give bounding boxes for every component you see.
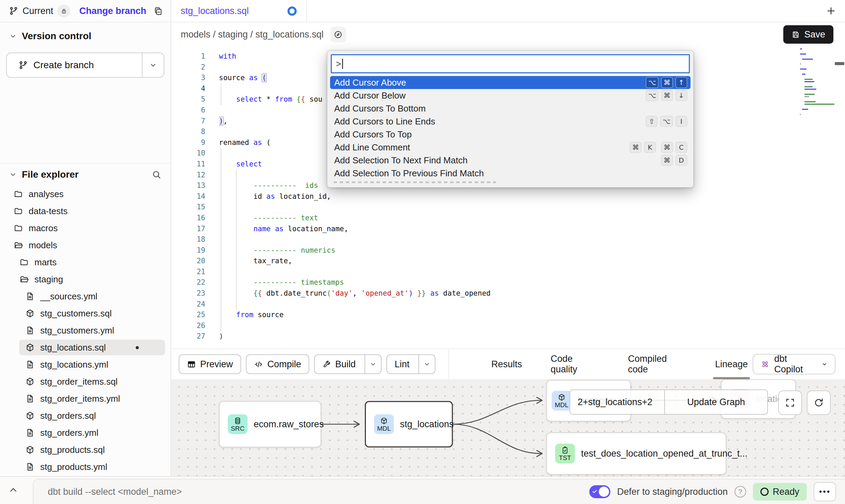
- help-icon[interactable]: ?: [735, 486, 746, 498]
- line-number: 22: [171, 277, 205, 288]
- chevron-down-icon: [149, 61, 157, 69]
- tab-stg-locations-sql[interactable]: stg_locations.sql: [171, 0, 307, 22]
- search-icon[interactable]: [151, 169, 162, 180]
- compile-button[interactable]: Compile: [246, 354, 309, 374]
- refresh-button[interactable]: [807, 390, 831, 415]
- dbt-copilot-button[interactable]: dbt Copilot: [753, 354, 835, 374]
- file-name: models: [29, 240, 57, 251]
- chevron-down-icon: [9, 32, 17, 40]
- file-row-stg_customers.yml[interactable]: stg_customers.yml: [0, 322, 171, 339]
- line-number: 23: [171, 288, 205, 299]
- lint-button[interactable]: Lint: [386, 354, 435, 374]
- panel-tab-results[interactable]: Results: [491, 349, 522, 379]
- code-icon: [254, 360, 263, 369]
- fullscreen-button[interactable]: [778, 390, 802, 415]
- toolbar-divider: [448, 349, 449, 380]
- clipped-command-item: [333, 181, 687, 186]
- file-row-stg_locations.sql[interactable]: stg_locations.sql: [0, 339, 171, 356]
- command-palette-input[interactable]: >: [331, 54, 690, 73]
- minimap[interactable]: [800, 48, 840, 116]
- file-row-data-tests[interactable]: data-tests: [0, 203, 171, 220]
- file-row-__sources.yml[interactable]: __sources.yml: [0, 288, 171, 305]
- more-options-button[interactable]: •••: [814, 482, 836, 501]
- defer-toggle[interactable]: [589, 485, 610, 498]
- line-number: 1: [171, 51, 205, 62]
- minimap-slider[interactable]: [835, 62, 844, 65]
- command-input-bar[interactable]: dbt build --select <model_name> Defer to…: [33, 479, 845, 504]
- build-button[interactable]: Build: [314, 354, 382, 374]
- file-row-stg_order_items.yml[interactable]: stg_order_items.yml: [0, 390, 171, 407]
- build-dropdown[interactable]: [365, 355, 381, 373]
- navigate-button[interactable]: [330, 27, 346, 42]
- ready-status-badge[interactable]: Ready: [753, 483, 807, 501]
- copy-icon[interactable]: [153, 6, 163, 16]
- command-item[interactable]: Add Line Comment⌘K⌘C: [330, 141, 691, 154]
- file-row-staging[interactable]: staging: [0, 271, 171, 288]
- file-row-macros[interactable]: macros: [0, 220, 171, 237]
- expand-panel-chevron[interactable]: [8, 484, 19, 496]
- command-item[interactable]: Add Cursors To Top: [330, 128, 691, 141]
- file-icon: [25, 360, 35, 369]
- create-branch-dropdown[interactable]: [142, 53, 164, 77]
- file-explorer-header[interactable]: File explorer: [0, 164, 171, 180]
- lineage-node-test[interactable]: TST test_does_location_opened_at_trunc_t…: [546, 432, 726, 475]
- preview-button[interactable]: Preview: [179, 354, 241, 374]
- cube-icon: [25, 411, 35, 420]
- file-row-stg_orders.sql[interactable]: stg_orders.sql: [0, 407, 171, 424]
- chevron-down-icon: [369, 360, 377, 368]
- line-number: 7: [171, 116, 205, 127]
- command-item[interactable]: Add Selection To Previous Find Match: [330, 167, 691, 180]
- line-number: 9: [171, 137, 205, 148]
- command-item[interactable]: Add Cursors to Line Ends⇧⌥I: [330, 115, 691, 128]
- line-number: 14: [171, 191, 205, 202]
- file-explorer-section: File explorer analysesdata-testsmacrosmo…: [0, 163, 171, 476]
- chevron-down-icon: [423, 360, 431, 368]
- line-number: 16: [171, 213, 205, 224]
- file-row-marts[interactable]: marts: [0, 254, 171, 271]
- lineage-node-source[interactable]: SRC ecom.raw_stores: [219, 401, 321, 447]
- keyboard-shortcut-key: ⌘: [661, 142, 673, 153]
- file-row-stg_products.yml[interactable]: stg_products.yml: [0, 458, 171, 475]
- file-row-stg_orders.yml[interactable]: stg_orders.yml: [0, 424, 171, 441]
- file-row-stg_customers.sql[interactable]: stg_customers.sql: [0, 305, 171, 322]
- action-toolbar: Preview Compile Build Lint ResultsCode q…: [171, 349, 845, 379]
- minimap-line: [804, 104, 834, 105]
- minimap-line: [800, 84, 840, 85]
- panel-tab-lineage[interactable]: Lineage: [715, 349, 748, 379]
- command-item[interactable]: Add Selection To Next Find Match⌘D: [330, 154, 691, 167]
- command-item[interactable]: Add Cursor Above⌥⌘↑: [330, 76, 691, 89]
- panel-tab-code-quality[interactable]: Code quality: [551, 349, 599, 379]
- git-branch-icon: [18, 60, 28, 70]
- line-number: 27: [171, 331, 205, 342]
- create-branch-label: Create branch: [33, 60, 94, 71]
- create-branch-button[interactable]: Create branch: [6, 53, 164, 78]
- command-label: Add Cursor Below: [334, 90, 406, 101]
- cube-icon: [25, 377, 35, 386]
- lineage-canvas[interactable]: SRC ecom.raw_stores MDL stg_locations MD…: [171, 379, 845, 476]
- lineage-node-model[interactable]: MDL stg_locations: [365, 401, 453, 447]
- status-ring-icon: [760, 488, 769, 496]
- file-row-stg_products.sql[interactable]: stg_products.sql: [0, 441, 171, 458]
- source-badge: SRC: [228, 414, 248, 434]
- command-item[interactable]: Add Cursor Below⌥⌘↓: [330, 89, 691, 102]
- lint-dropdown[interactable]: [418, 355, 435, 373]
- file-row-stg_locations.yml[interactable]: stg_locations.yml: [0, 356, 171, 373]
- panel-tabs: ResultsCode qualityCompiled codeLineage: [491, 349, 748, 379]
- keyboard-shortcut-key: ⌘: [661, 77, 673, 88]
- file-row-stg_order_items.sql[interactable]: stg_order_items.sql: [0, 373, 171, 390]
- version-control-title: Version control: [22, 31, 91, 42]
- version-control-header[interactable]: Version control: [0, 23, 171, 42]
- lineage-filter-input[interactable]: 2+stg_locations+2: [570, 390, 664, 414]
- file-row-analyses[interactable]: analyses: [0, 186, 171, 203]
- command-item[interactable]: Add Cursors To Bottom: [330, 102, 691, 115]
- new-tab-button[interactable]: [825, 5, 837, 17]
- file-row-models[interactable]: models: [0, 237, 171, 254]
- code-editor[interactable]: 1234567891011121314151617181920212223242…: [171, 46, 845, 349]
- update-graph-button[interactable]: Update Graph: [665, 390, 767, 414]
- save-button[interactable]: Save: [783, 25, 833, 44]
- breadcrumb-row: models / staging / stg_locations.sql Sav…: [171, 23, 845, 46]
- folder-icon: [19, 257, 29, 267]
- change-branch-link[interactable]: Change branch: [79, 6, 146, 16]
- panel-tab-compiled-code[interactable]: Compiled code: [628, 349, 686, 379]
- line-number: 20: [171, 256, 205, 267]
